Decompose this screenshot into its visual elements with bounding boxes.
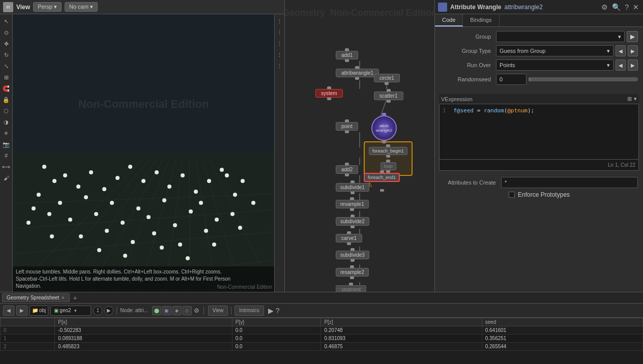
vex-menu-btn[interactable]: ▾ [634, 96, 637, 102]
rotate-icon[interactable]: ↻ [1, 50, 11, 60]
ss-sep2 [203, 307, 204, 315]
col-header-px[interactable]: P[x] [55, 318, 232, 326]
ss-separator [116, 307, 117, 315]
ss-icon-prims[interactable]: ▣ [162, 306, 171, 315]
ss-view-btn[interactable]: View [208, 306, 228, 316]
scale-icon[interactable]: ⤡ [1, 61, 11, 71]
node-add1[interactable]: add1 [336, 48, 358, 62]
right-toolbar: ⋮ ⋮ ⋮ ⋮ ⋮ [274, 14, 284, 292]
run-over-dropdown[interactable]: Points ▾ [496, 59, 613, 71]
ss-node-label: Node: attri... [120, 308, 148, 313]
settings-icon[interactable]: ⚙ [600, 2, 609, 12]
ss-help-btn[interactable]: ? [276, 307, 280, 315]
ss-filter-icon[interactable]: ⚙ [194, 307, 199, 314]
tab-close-btn[interactable]: ✕ [61, 295, 65, 300]
node-resample1[interactable]: resample1 [336, 197, 369, 211]
viewport-3d[interactable]: Non-Commercial Edition [13, 14, 274, 292]
node-subdivide3[interactable]: subdivide3 [336, 248, 369, 262]
node-point[interactable]: point [336, 119, 358, 133]
select-tool-icon[interactable]: ↖ [1, 16, 11, 26]
handle-icon[interactable]: ⊞ [1, 72, 11, 82]
randomseed-slider[interactable] [529, 77, 638, 81]
perspective-button[interactable]: Persp ▾ [33, 2, 62, 12]
help-icon[interactable]: ? [624, 2, 630, 12]
wire-icon[interactable]: ⬡ [1, 106, 11, 116]
enforce-checkbox[interactable] [509, 192, 515, 198]
row-0-px: -0.502283 [55, 326, 232, 335]
tab-code[interactable]: Code [435, 14, 463, 26]
view-tool-icon[interactable]: ⊙ [1, 27, 11, 38]
node-attribwrangle2-special[interactable]: attribwrangle2 [371, 113, 397, 143]
row-1-num: 1 [1, 335, 55, 343]
right-tool-2[interactable]: ⋮ [275, 27, 285, 38]
add-tab-btn[interactable]: + [71, 294, 79, 302]
group-type-decrement[interactable]: ◀ [616, 45, 626, 56]
vex-code-random: random [484, 107, 504, 114]
ss-icon-points[interactable]: ⬤ [152, 306, 161, 315]
ss-icon-detail[interactable]: ◇ [183, 306, 192, 315]
vex-toolbar: ⊞ ▾ [627, 96, 637, 102]
row-1-pz: 0.831093 [321, 335, 482, 343]
vex-editor[interactable]: 1 f@seed = random(@ptnum); [439, 104, 639, 160]
run-over-increment[interactable]: ▶ [628, 59, 638, 71]
col-header-seed[interactable]: seed [482, 318, 642, 326]
attributes-row: Attributes to Create * [440, 177, 638, 188]
node-segment[interactable]: ··· segment [336, 283, 366, 292]
transform-icon[interactable]: ✥ [1, 39, 11, 49]
node-subdivide1[interactable]: subdivide1 [336, 180, 369, 194]
viewport-overlay: Left mouse tumbles. Middle pans. Right d… [13, 266, 274, 292]
table-row: 0 -0.502283 0.0 0.20748 0.641601 [1, 326, 643, 335]
ss-play-btn2[interactable]: ▶ [268, 307, 274, 315]
ss-icon-verts[interactable]: ◈ [172, 306, 182, 315]
right-tool-5[interactable]: ⋮ [275, 61, 285, 71]
measure-icon[interactable]: ⟷ [1, 162, 11, 172]
tab-bindings[interactable]: Bindings [463, 14, 499, 26]
camera-tool-icon[interactable]: 📷 [1, 139, 11, 149]
node-scatter1[interactable]: scatter1 [374, 89, 403, 103]
camera-button[interactable]: No cam ▾ [65, 2, 98, 12]
ss-forward-btn[interactable]: ▶ [16, 306, 27, 316]
node-resample2[interactable]: resample2 [336, 265, 369, 279]
geometry-spreadsheet-tab[interactable]: Geometry Spreadsheet ✕ [2, 293, 70, 302]
viewport-hint-1: Left mouse tumbles. Middle pans. Right d… [16, 268, 271, 276]
paint-icon[interactable]: 🖌 [1, 173, 11, 183]
group-type-increment[interactable]: ▶ [628, 45, 638, 56]
node-carve1[interactable]: carve1 [336, 231, 362, 245]
search-icon[interactable]: 🔍 [611, 2, 622, 12]
node-add2[interactable]: add2 [336, 163, 358, 176]
right-tool-3[interactable]: ⋮ [275, 39, 285, 49]
vex-code-func: f@seed [453, 107, 474, 114]
light-icon[interactable]: ☀ [1, 128, 11, 138]
row-2-num: 2 [1, 343, 55, 351]
snap-icon[interactable]: 🧲 [1, 83, 11, 94]
node-graph-panel[interactable]: Geometry Non-Commercial Edition add1 [285, 0, 435, 292]
node-circle1[interactable]: circle1 [374, 74, 400, 85]
row-0-py: 0.0 [232, 326, 321, 335]
lock-icon[interactable]: 🔒 [1, 95, 11, 105]
col-header-py[interactable]: P[y] [232, 318, 321, 326]
close-icon[interactable]: ✕ [632, 2, 640, 12]
grid-icon[interactable]: # [1, 150, 11, 161]
ss-geo-dropdown[interactable]: ▣ geo2 ▾ [50, 306, 91, 316]
ss-geo-value: geo2 [60, 308, 71, 313]
group-label: Group [440, 34, 496, 40]
node-subdivide2[interactable]: subdivide2 [336, 215, 369, 228]
attributes-input[interactable]: * [501, 177, 638, 188]
right-tool-1[interactable]: ⋮ [275, 16, 285, 26]
group-type-dropdown[interactable]: Guess from Group ▾ [496, 45, 613, 56]
node-attribwrangle1[interactable]: attribwrangle1 [336, 66, 379, 80]
node-system[interactable]: system [315, 86, 343, 100]
vex-label: VExpression ⊞ ▾ [439, 94, 639, 104]
ss-play-btn[interactable]: ▶ [104, 306, 113, 315]
right-tool-4[interactable]: ⋮ [275, 50, 285, 60]
group-arrow-btn[interactable]: ▶ [627, 31, 638, 42]
randomseed-input[interactable]: 0 [496, 74, 527, 85]
vex-expand-btn[interactable]: ⊞ [627, 96, 632, 102]
run-over-decrement[interactable]: ◀ [616, 59, 626, 71]
shading-icon[interactable]: ◑ [1, 117, 11, 127]
group-dropdown[interactable]: ▾ [496, 31, 625, 42]
ss-back-btn[interactable]: ◀ [3, 306, 14, 316]
header-icons: ⚙ 🔍 ? ✕ [600, 2, 640, 12]
col-header-pz[interactable]: P[z] [321, 318, 482, 326]
ss-intrinsics-btn[interactable]: Intrinsics [235, 306, 264, 316]
